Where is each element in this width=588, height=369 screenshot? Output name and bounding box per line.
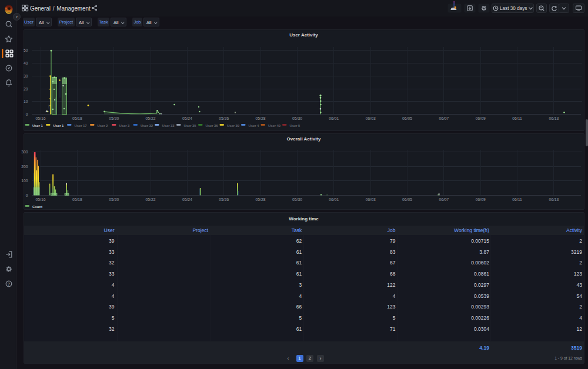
svg-text:05/24: 05/24 [182, 116, 192, 120]
svg-text:User 2: User 2 [98, 124, 109, 128]
svg-text:100: 100 [21, 179, 28, 183]
svg-text:30: 30 [24, 74, 28, 78]
svg-text:User 3: User 3 [119, 124, 131, 128]
svg-text:20: 20 [24, 87, 28, 91]
svg-text:05/22: 05/22 [146, 116, 156, 120]
svg-text:User 33: User 33 [162, 124, 175, 128]
svg-text:05/18: 05/18 [72, 116, 82, 120]
svg-text:06/11: 06/11 [512, 197, 522, 202]
svg-text:User 39: User 39 [227, 124, 240, 128]
svg-text:?: ? [8, 282, 10, 286]
svg-text:10: 10 [24, 99, 28, 103]
svg-text:05/28: 05/28 [256, 116, 266, 120]
svg-text:06/05: 06/05 [402, 116, 412, 120]
svg-text:User 4: User 4 [249, 124, 260, 128]
svg-text:06/11: 06/11 [512, 116, 522, 120]
svg-text:06/03: 06/03 [366, 116, 376, 120]
svg-text:200: 200 [21, 165, 28, 169]
svg-text:40: 40 [24, 61, 28, 65]
svg-text:0: 0 [26, 112, 28, 116]
svg-text:05/20: 05/20 [109, 116, 119, 120]
svg-text:05/16: 05/16 [35, 197, 45, 202]
svg-text:05/16: 05/16 [35, 116, 45, 120]
svg-text:06/05: 06/05 [402, 197, 412, 202]
svg-text:User 35: User 35 [184, 124, 197, 128]
svg-text:06/01: 06/01 [329, 197, 339, 202]
svg-text:05/22: 05/22 [146, 197, 156, 202]
svg-text:0: 0 [26, 193, 28, 197]
svg-text:05/30: 05/30 [292, 116, 302, 120]
svg-text:User 5: User 5 [290, 124, 301, 128]
svg-text:05/26: 05/26 [219, 197, 229, 202]
svg-text:05/24: 05/24 [182, 197, 192, 202]
svg-text:50: 50 [24, 48, 28, 52]
svg-text:User 17: User 17 [75, 124, 88, 128]
svg-text:06/07: 06/07 [439, 197, 449, 202]
svg-text:06/09: 06/09 [476, 197, 486, 202]
svg-text:User 40: User 40 [268, 124, 281, 128]
svg-text:User 1: User 1 [32, 124, 44, 128]
svg-text:Count: Count [32, 205, 42, 209]
svg-text:06/01: 06/01 [329, 116, 339, 120]
svg-text:User 1: User 1 [54, 124, 65, 128]
svg-text:Last 30 days: Last 30 days [500, 6, 527, 11]
svg-text:06/09: 06/09 [476, 116, 486, 120]
svg-text:05/28: 05/28 [256, 197, 266, 202]
svg-text:05/30: 05/30 [292, 197, 302, 202]
svg-text:06/13: 06/13 [549, 116, 559, 120]
svg-text:06/13: 06/13 [549, 197, 559, 202]
svg-text:300: 300 [21, 150, 28, 154]
svg-text:05/26: 05/26 [219, 116, 229, 120]
svg-text:06/07: 06/07 [439, 116, 449, 120]
svg-text:05/18: 05/18 [72, 197, 82, 202]
svg-text:06/03: 06/03 [366, 197, 376, 202]
svg-text:User 32: User 32 [141, 124, 153, 128]
svg-text:05/20: 05/20 [109, 197, 119, 202]
svg-text:User 36: User 36 [206, 124, 219, 128]
